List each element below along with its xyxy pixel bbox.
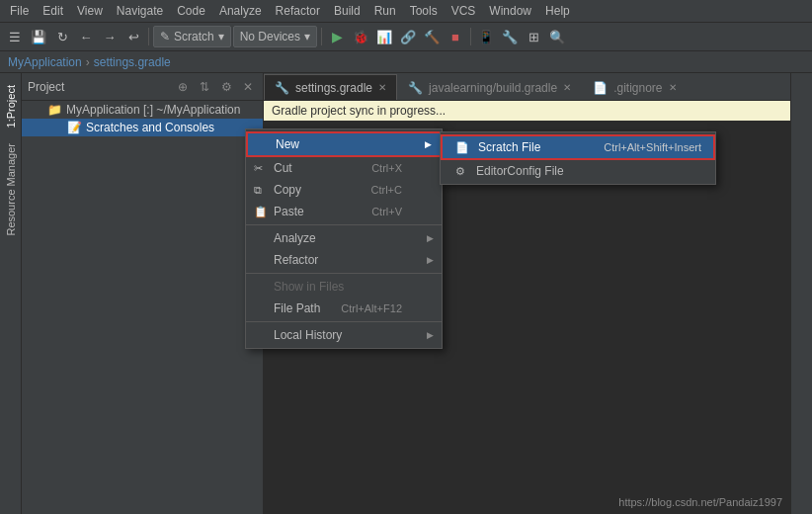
tab-javalearning[interactable]: 🔧 javalearning/build.gradle ✕: [397, 74, 582, 100]
paste-shortcut: Ctrl+V: [371, 206, 426, 217]
toolbar-undo-btn[interactable]: ↩: [122, 26, 144, 47]
tab-close-java[interactable]: ✕: [563, 82, 571, 93]
editorconfig-label: EditorConfig File: [476, 164, 564, 178]
submenu-scratch-file[interactable]: 📄 Scratch File Ctrl+Alt+Shift+Insert: [441, 134, 715, 160]
context-menu-cut[interactable]: ✂ Cut Ctrl+X: [246, 157, 442, 179]
project-panel: Project ⊕ ⇅ ⚙ ✕ 📁 MyApplication [:] ~/My…: [22, 73, 264, 514]
toolbar-sync-btn[interactable]: ↻: [51, 26, 73, 47]
panel-settings-btn[interactable]: ⚙: [217, 78, 235, 96]
tab-icon-git: 📄: [593, 81, 608, 95]
copy-label: Copy: [274, 183, 301, 197]
scratches-icon: 📝: [67, 121, 82, 134]
submenu: 📄 Scratch File Ctrl+Alt+Shift+Insert ⚙ E…: [440, 131, 716, 185]
avd-btn[interactable]: 📱: [475, 26, 497, 47]
tree-item-myapp[interactable]: 📁 MyApplication [:] ~/MyApplication: [22, 101, 263, 119]
sidebar-tab-resource[interactable]: Resource Manager: [3, 135, 19, 244]
local-history-label: Local History: [274, 328, 342, 342]
file-path-shortcut: Ctrl+Alt+F12: [341, 302, 426, 314]
menu-analyze[interactable]: Analyze: [213, 2, 268, 20]
breadcrumb-sep: ›: [86, 55, 90, 69]
no-devices-chevron: ▾: [304, 30, 310, 43]
analyze-label: Analyze: [274, 231, 316, 245]
tree-label-myapp: MyApplication [:] ~/MyApplication: [66, 103, 240, 117]
tree-item-scratches[interactable]: 📝 Scratches and Consoles: [22, 119, 263, 136]
toolbar: ☰ 💾 ↻ ← → ↩ ✎ Scratch ▾ No Devices ▾ ▶ 🐞…: [0, 22, 812, 51]
attach-btn[interactable]: 🔗: [397, 26, 419, 47]
no-devices-label: No Devices: [240, 30, 300, 43]
cut-shortcut: Ctrl+X: [371, 162, 426, 174]
left-sidebar: 1:Project Resource Manager: [0, 73, 22, 514]
context-menu-refactor[interactable]: Refactor: [246, 249, 442, 271]
context-menu-analyze[interactable]: Analyze: [246, 227, 442, 249]
toolbar-save-btn[interactable]: 💾: [28, 26, 49, 47]
tab-gitignore[interactable]: 📄 .gitignore ✕: [582, 74, 687, 100]
tree-label-scratches: Scratches and Consoles: [86, 121, 214, 134]
no-devices-dropdown[interactable]: No Devices ▾: [233, 26, 317, 47]
toolbar-separator-2: [321, 28, 322, 45]
cm-sep-3: [246, 321, 442, 322]
stop-btn[interactable]: ■: [445, 26, 466, 47]
menu-refactor[interactable]: Refactor: [270, 2, 326, 20]
cm-sep-2: [246, 273, 442, 274]
menu-navigate[interactable]: Navigate: [111, 2, 169, 20]
toolbar-forward-btn[interactable]: →: [99, 26, 121, 47]
editorconfig-icon: ⚙: [452, 165, 468, 178]
menu-edit[interactable]: Edit: [37, 2, 69, 20]
toolbar-menu-btn[interactable]: ☰: [4, 26, 26, 47]
tab-close-settings[interactable]: ✕: [378, 82, 386, 93]
menu-build[interactable]: Build: [328, 2, 366, 20]
layout-btn[interactable]: ⊞: [523, 26, 544, 47]
panel-scroll-btn[interactable]: ⇅: [196, 78, 213, 96]
file-path-label: File Path: [274, 301, 320, 315]
sidebar-tab-project[interactable]: 1:Project: [3, 77, 19, 135]
tab-label-java: javalearning/build.gradle: [429, 81, 557, 95]
scratch-file-shortcut: Ctrl+Alt+Shift+Insert: [604, 141, 701, 153]
copy-shortcut: Ctrl+C: [371, 184, 426, 196]
panel-add-btn[interactable]: ⊕: [174, 78, 192, 96]
breadcrumb-app[interactable]: MyApplication: [8, 55, 82, 69]
menu-vcs[interactable]: VCS: [446, 2, 482, 20]
menu-view[interactable]: View: [71, 2, 109, 20]
tab-settings-gradle[interactable]: 🔧 settings.gradle ✕: [264, 74, 397, 100]
scratch-file-label: Scratch File: [478, 140, 540, 154]
toolbar-back-btn[interactable]: ←: [75, 26, 97, 47]
tab-close-git[interactable]: ✕: [669, 82, 677, 93]
run-btn[interactable]: ▶: [326, 26, 348, 47]
context-menu-new[interactable]: New 📄 Scratch File Ctrl+Alt+Shift+Insert…: [246, 131, 442, 157]
sdk-btn[interactable]: 🔧: [499, 26, 521, 47]
search-btn[interactable]: 🔍: [546, 26, 568, 47]
context-menu-file-path[interactable]: File Path Ctrl+Alt+F12: [246, 298, 442, 319]
scratch-label: Scratch: [174, 30, 214, 43]
menu-bar: File Edit View Navigate Code Analyze Ref…: [0, 0, 812, 22]
context-menu-copy[interactable]: ⧉ Copy Ctrl+C: [246, 179, 442, 201]
right-sidebar: [790, 73, 812, 514]
panel-title: Project: [28, 80, 170, 94]
debug-btn[interactable]: 🐞: [350, 26, 371, 47]
scratch-dropdown[interactable]: ✎ Scratch ▾: [153, 26, 231, 47]
context-menu-local-history[interactable]: Local History: [246, 324, 442, 346]
tab-icon-settings: 🔧: [275, 81, 289, 95]
context-menu-show-files[interactable]: Show in Files: [246, 276, 442, 298]
panel-close-btn[interactable]: ✕: [239, 78, 257, 96]
toolbar-separator-3: [470, 28, 471, 45]
menu-help[interactable]: Help: [539, 2, 576, 20]
watermark: https://blog.csdn.net/Pandaiz1997: [618, 496, 782, 508]
profile-btn[interactable]: 📊: [373, 26, 395, 47]
context-menu: New 📄 Scratch File Ctrl+Alt+Shift+Insert…: [245, 128, 443, 349]
paste-label: Paste: [274, 205, 304, 218]
cut-label: Cut: [274, 161, 292, 175]
breadcrumb: MyApplication › settings.gradle: [0, 51, 812, 73]
menu-run[interactable]: Run: [368, 2, 402, 20]
show-files-label: Show in Files: [274, 280, 344, 294]
submenu-editorconfig[interactable]: ⚙ EditorConfig File: [441, 160, 715, 182]
menu-file[interactable]: File: [4, 2, 35, 20]
menu-window[interactable]: Window: [483, 2, 537, 20]
menu-code[interactable]: Code: [171, 2, 211, 20]
breadcrumb-file[interactable]: settings.gradle: [94, 55, 171, 69]
build-btn[interactable]: 🔨: [421, 26, 443, 47]
menu-tools[interactable]: Tools: [404, 2, 444, 20]
refactor-label: Refactor: [274, 253, 318, 267]
paste-icon: 📋: [254, 206, 268, 218]
context-menu-paste[interactable]: 📋 Paste Ctrl+V: [246, 201, 442, 222]
copy-icon: ⧉: [254, 184, 262, 197]
